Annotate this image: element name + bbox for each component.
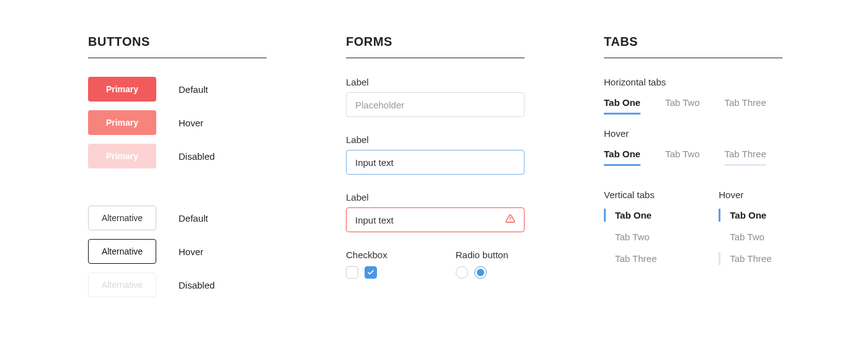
radio-unchecked[interactable] <box>456 266 468 279</box>
primary-button[interactable]: Primary <box>88 77 156 102</box>
tab-two[interactable]: Tab Two <box>604 232 657 242</box>
tab-one[interactable]: Tab One <box>604 97 640 115</box>
tab-two[interactable]: Tab Two <box>665 149 700 166</box>
horizontal-tabs-label: Horizontal tabs <box>604 77 782 87</box>
tab-two[interactable]: Tab Two <box>665 97 700 115</box>
divider <box>346 58 525 58</box>
input-label: Label <box>346 134 525 145</box>
input-value: Input text <box>355 215 394 225</box>
input-placeholder: Placeholder <box>355 100 404 110</box>
warning-icon <box>505 214 515 226</box>
alternative-button-disabled: Alternative <box>88 272 156 297</box>
checkbox-unchecked[interactable] <box>346 266 358 279</box>
primary-button-hover[interactable]: Primary <box>88 110 156 135</box>
state-label-default: Default <box>179 84 208 95</box>
tab-two[interactable]: Tab Two <box>719 232 771 242</box>
divider <box>604 58 782 58</box>
alternative-button[interactable]: Alternative <box>88 206 156 230</box>
text-input-error[interactable]: Input text <box>346 207 525 232</box>
horizontal-tabs: Tab One Tab Two Tab Three <box>604 97 782 115</box>
tabs-section: TABS Horizontal tabs Tab One Tab Two Tab… <box>604 35 782 306</box>
radio-dot-icon <box>477 269 484 276</box>
state-label-disabled: Disabled <box>179 151 215 162</box>
input-label: Label <box>346 77 525 87</box>
alternative-button-hover[interactable]: Alternative <box>88 239 156 264</box>
section-title-buttons: BUTTONS <box>88 35 267 49</box>
vertical-tabs-hover-label: Hover <box>719 189 771 200</box>
divider <box>88 58 267 58</box>
input-value: Input text <box>355 157 394 168</box>
tab-one[interactable]: Tab One <box>604 210 657 220</box>
state-label-disabled: Disabled <box>179 280 215 290</box>
state-label-hover: Hover <box>179 246 203 257</box>
tab-three-hover[interactable]: Tab Three <box>725 149 766 166</box>
check-icon <box>367 269 374 276</box>
primary-button-disabled: Primary <box>88 144 156 168</box>
horizontal-tabs-hover-label: Hover <box>604 128 782 139</box>
buttons-section: BUTTONS Primary Default Primary Hover Pr… <box>88 35 267 306</box>
vertical-tabs-label: Vertical tabs <box>604 189 657 200</box>
input-label: Label <box>346 192 525 202</box>
checkbox-checked[interactable] <box>365 266 377 279</box>
forms-section: FORMS Label Placeholder Label Input text… <box>346 35 525 306</box>
radio-checked[interactable] <box>474 266 487 279</box>
tab-one[interactable]: Tab One <box>604 149 640 166</box>
tab-three[interactable]: Tab Three <box>725 97 766 115</box>
vertical-tabs: Tab One Tab Two Tab Three <box>604 210 657 264</box>
tab-three[interactable]: Tab Three <box>604 253 657 264</box>
section-title-forms: FORMS <box>346 35 525 49</box>
radio-group-label: Radio button <box>456 250 508 260</box>
text-input-active[interactable]: Input text <box>346 150 525 175</box>
section-title-tabs: TABS <box>604 35 782 49</box>
text-input-default[interactable]: Placeholder <box>346 92 525 117</box>
state-label-hover: Hover <box>179 118 203 128</box>
checkbox-group-label: Checkbox <box>346 250 388 260</box>
state-label-default: Default <box>179 213 208 224</box>
horizontal-tabs-hover: Tab One Tab Two Tab Three <box>604 149 782 166</box>
tab-one[interactable]: Tab One <box>719 210 771 220</box>
tab-three-hover[interactable]: Tab Three <box>719 253 771 264</box>
vertical-tabs-hover: Tab One Tab Two Tab Three <box>719 210 771 264</box>
